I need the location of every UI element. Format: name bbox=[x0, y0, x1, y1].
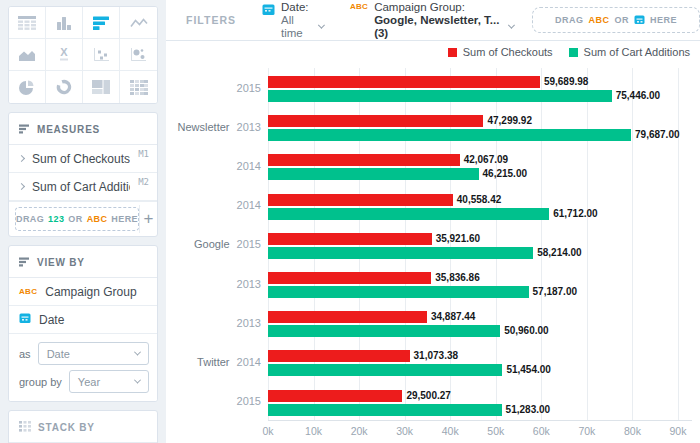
group-label: Newsletter bbox=[178, 121, 230, 133]
measures-dropzone[interactable]: DRAG 123 OR ABC HERE bbox=[15, 207, 139, 231]
year-label: 2013 bbox=[237, 317, 261, 329]
vis-type-table-icon[interactable] bbox=[9, 7, 46, 39]
year-label: 2015 bbox=[237, 395, 261, 407]
vis-type-heatmap-icon[interactable] bbox=[120, 71, 157, 103]
vis-type-donut-icon[interactable] bbox=[46, 71, 83, 103]
chevron-down-icon bbox=[508, 22, 515, 29]
bar-checkouts[interactable] bbox=[268, 350, 410, 362]
filter-value: Google, Newsletter, T... (3) bbox=[374, 14, 504, 40]
category-labels: Twitter2014 bbox=[166, 342, 268, 381]
bar-cart-additions[interactable] bbox=[268, 168, 479, 180]
category-labels: 2015 bbox=[166, 68, 268, 107]
bar-value-label: 35,836.86 bbox=[435, 272, 480, 284]
calendar-icon bbox=[262, 2, 275, 20]
bars-zone: 59,689.9875,446.00 bbox=[268, 68, 692, 107]
vis-type-column-icon[interactable] bbox=[46, 7, 83, 39]
dropzone-text: HERE bbox=[650, 15, 677, 25]
year-label: 2014 bbox=[237, 160, 261, 172]
view-by-title: VIEW BY bbox=[37, 257, 85, 268]
legend-item[interactable]: Sum of Checkouts bbox=[448, 46, 553, 58]
bars-zone: 29,500.2751,283.00 bbox=[268, 382, 692, 421]
dropzone-text: OR bbox=[68, 214, 82, 224]
bar-checkouts[interactable] bbox=[268, 154, 460, 166]
chart-category-row: 201559,689.9875,446.00 bbox=[166, 68, 692, 107]
measure-label: Sum of Cart Additions bbox=[32, 180, 130, 194]
bar-checkouts[interactable] bbox=[268, 311, 427, 323]
stack-by-panel: STACK BY TO STACK BY AN ATTRIBUTE, AN IN… bbox=[8, 410, 158, 443]
vis-type-pie-icon[interactable] bbox=[9, 71, 46, 103]
app-root: X MEASURES Sum of Checkouts M1 Sum of Ca… bbox=[0, 0, 700, 443]
bar-cart-additions[interactable] bbox=[268, 404, 502, 416]
view-by-item-date[interactable]: Date bbox=[9, 306, 157, 334]
measure-item-checkouts[interactable]: Sum of Checkouts M1 bbox=[9, 145, 157, 173]
abc-attribute-icon: ABC bbox=[350, 2, 368, 11]
vis-type-treemap-icon[interactable] bbox=[83, 71, 120, 103]
date-as-select[interactable]: Date bbox=[38, 342, 149, 365]
dropzone-text: DRAG bbox=[16, 214, 44, 224]
expand-icon[interactable] bbox=[18, 183, 25, 190]
year-label: 2014 bbox=[237, 356, 261, 368]
vis-type-line-icon[interactable] bbox=[120, 7, 157, 39]
category-labels: 2013 bbox=[166, 303, 268, 342]
chart-category-row: 201335,836.8657,187.00 bbox=[166, 264, 692, 303]
x-tick-label: 20k bbox=[351, 425, 368, 437]
measure-item-cart-additions[interactable]: Sum of Cart Additions M2 bbox=[9, 173, 157, 201]
calendar-icon bbox=[19, 312, 31, 327]
bar-value-label: 42,067.09 bbox=[464, 154, 509, 166]
group-by-select[interactable]: Year bbox=[69, 370, 149, 393]
view-by-icon bbox=[19, 253, 30, 271]
campaign-group-filter[interactable]: ABC Campaign Group: Google, Newsletter, … bbox=[350, 1, 514, 40]
bar-cart-additions[interactable] bbox=[268, 286, 529, 298]
measures-header: MEASURES bbox=[9, 113, 157, 145]
bar-chart: Sum of CheckoutsSum of Cart Additions 20… bbox=[166, 41, 700, 443]
bar-cart-additions[interactable] bbox=[268, 247, 533, 259]
visualization-switcher: X bbox=[8, 6, 158, 104]
bar-value-label: 50,960.00 bbox=[504, 325, 549, 337]
bars-zone: 31,073.3851,454.00 bbox=[268, 342, 692, 381]
add-measure-button[interactable]: + bbox=[139, 205, 157, 233]
measures-icon bbox=[19, 120, 30, 138]
view-by-panel: VIEW BY ABC Campaign Group Date as Date bbox=[8, 245, 158, 402]
bar-checkouts[interactable] bbox=[268, 115, 483, 127]
bar-checkouts[interactable] bbox=[268, 194, 453, 206]
expand-icon[interactable] bbox=[18, 155, 25, 162]
bar-cart-additions[interactable] bbox=[268, 364, 502, 376]
legend-label: Sum of Cart Additions bbox=[584, 46, 690, 58]
legend-swatch bbox=[569, 48, 578, 57]
x-tick-label: 0k bbox=[262, 425, 273, 437]
bar-cart-additions[interactable] bbox=[268, 129, 631, 141]
x-tick-label: 90k bbox=[670, 425, 687, 437]
filter-dropzone[interactable]: DRAG ABC OR HERE bbox=[532, 7, 700, 33]
year-label: 2014 bbox=[237, 199, 261, 211]
x-tick-label: 30k bbox=[396, 425, 413, 437]
vis-type-bar-icon[interactable] bbox=[83, 7, 120, 39]
chart-category-row: 201334,887.4450,960.00 bbox=[166, 303, 692, 342]
bar-checkouts[interactable] bbox=[268, 272, 431, 284]
date-filter[interactable]: Date: All time bbox=[262, 1, 324, 40]
x-tick-label: 10k bbox=[305, 425, 322, 437]
bar-value-label: 47,299.92 bbox=[487, 115, 532, 127]
bar-cart-additions[interactable] bbox=[268, 90, 612, 102]
vis-type-scatter-icon[interactable] bbox=[83, 39, 120, 71]
bar-checkouts[interactable] bbox=[268, 76, 540, 88]
chevron-down-icon bbox=[318, 22, 325, 29]
bar-checkouts[interactable] bbox=[268, 390, 402, 402]
chart-plot: 201559,689.9875,446.00Newsletter201347,2… bbox=[166, 68, 692, 421]
vis-type-bubble-icon[interactable] bbox=[120, 39, 157, 71]
bar-checkouts[interactable] bbox=[268, 233, 432, 245]
bars-zone: 35,836.8657,187.00 bbox=[268, 264, 692, 303]
vis-type-area-icon[interactable] bbox=[9, 39, 46, 71]
numeric-token: 123 bbox=[48, 214, 64, 224]
stack-by-icon bbox=[19, 418, 31, 436]
bar-cart-additions[interactable] bbox=[268, 208, 549, 220]
sidebar: X MEASURES Sum of Checkouts M1 Sum of Ca… bbox=[0, 0, 166, 443]
filters-title: FILTERS bbox=[186, 14, 236, 26]
view-by-item-campaign-group[interactable]: ABC Campaign Group bbox=[9, 278, 157, 306]
vis-type-headline-icon[interactable]: X bbox=[46, 39, 83, 71]
legend-label: Sum of Checkouts bbox=[463, 46, 553, 58]
chart-category-row: Google201535,921.6058,214.00 bbox=[166, 225, 692, 264]
legend-swatch bbox=[448, 48, 457, 57]
legend-item[interactable]: Sum of Cart Additions bbox=[569, 46, 690, 58]
stack-by-header: STACK BY bbox=[9, 411, 157, 443]
bar-cart-additions[interactable] bbox=[268, 325, 500, 337]
